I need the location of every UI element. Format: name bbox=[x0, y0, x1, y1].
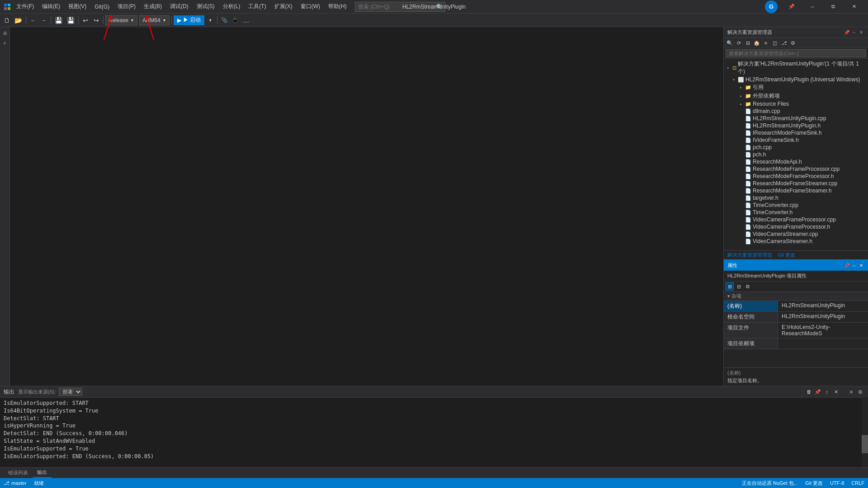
tab-error-list[interactable]: 错误列表 bbox=[4, 468, 33, 478]
properties-description: (名称) 指定项目名称。 bbox=[724, 367, 868, 386]
menu-view[interactable]: 视图(V) bbox=[65, 1, 90, 12]
tree-item[interactable]: 📄ResearchModeFrameProcessor.cpp bbox=[724, 165, 868, 173]
run-button[interactable]: ▶ ▶ 启动 bbox=[174, 15, 204, 25]
output-source-select[interactable]: 部署 bbox=[59, 388, 82, 396]
menu-edit[interactable]: 编辑(E) bbox=[38, 1, 64, 12]
menu-build[interactable]: 生成(B) bbox=[140, 1, 165, 12]
prop-category-view-button[interactable]: ⊞ bbox=[726, 282, 734, 291]
sol-pin-button[interactable]: 📌 bbox=[844, 29, 850, 36]
tree-item[interactable]: 📄ResearchModeFrameStreamer.h bbox=[724, 187, 868, 194]
menu-help[interactable]: 帮助(H) bbox=[325, 1, 350, 12]
sidebar-icon-1[interactable]: ⊞ bbox=[1, 29, 9, 37]
tree-item[interactable]: 📄pch.cpp bbox=[724, 144, 868, 151]
tree-item[interactable]: 📄HL2RmStreamUnityPlugin.cpp bbox=[724, 115, 868, 122]
platform-dropdown[interactable]: ARM64 ▼ bbox=[139, 15, 170, 25]
tree-item[interactable]: 📄IResearchModeFrameSink.h bbox=[724, 129, 868, 136]
sol-toggle-button[interactable]: ◫ bbox=[771, 39, 779, 47]
output-close-btn[interactable]: ✕ bbox=[832, 388, 840, 396]
user-avatar[interactable]: G bbox=[765, 0, 778, 13]
prop-expand-button[interactable]: ↔ bbox=[851, 263, 857, 269]
status-git-icon[interactable]: ⎇ master bbox=[4, 480, 27, 486]
menu-extensions[interactable]: 扩展(X) bbox=[271, 1, 296, 12]
tree-item[interactable]: 📄ResearchModeFrameStreamer.cpp bbox=[724, 180, 868, 187]
project-root[interactable]: ▾ ⬜ HL2RmStreamUnityPlugin (Universal Wi… bbox=[724, 76, 868, 83]
sol-settings-button[interactable]: ⚙ bbox=[789, 39, 797, 47]
property-row[interactable]: 根命名空间HL2RmStreamUnityPlugin bbox=[724, 312, 868, 323]
save-button[interactable]: 💾 bbox=[65, 15, 76, 25]
menu-test[interactable]: 测试(S) bbox=[193, 1, 218, 12]
configuration-dropdown[interactable]: Release ▼ bbox=[105, 15, 137, 25]
redo-button[interactable]: ↪ bbox=[91, 15, 101, 25]
prop-alpha-view-button[interactable]: ⊟ bbox=[735, 282, 743, 291]
prop-props-button[interactable]: ⚙ bbox=[744, 282, 752, 291]
new-project-button[interactable]: 🗋 bbox=[2, 15, 12, 25]
output-title: 输出 bbox=[4, 388, 14, 396]
pin-button[interactable]: 📌 bbox=[781, 0, 802, 14]
output-tb-1[interactable]: ≡ bbox=[847, 388, 855, 396]
solution-search-input[interactable] bbox=[726, 49, 866, 57]
menu-git[interactable]: Git(G) bbox=[91, 2, 113, 12]
output-pin-btn[interactable]: 📌 bbox=[814, 388, 822, 396]
sol-collapse-button[interactable]: ⊟ bbox=[744, 39, 752, 47]
sol-filter-button[interactable]: ≡ bbox=[762, 39, 770, 47]
tree-item[interactable]: 📄VideoCameraFrameProcessor.h bbox=[724, 223, 868, 230]
sol-close-button[interactable]: ✕ bbox=[858, 29, 864, 36]
back-button[interactable]: ← bbox=[28, 15, 38, 25]
tab-output[interactable]: 输出 bbox=[33, 468, 52, 478]
run-dropdown-button[interactable]: ▼ bbox=[205, 15, 215, 25]
output-clear-btn[interactable]: 🗑 bbox=[805, 388, 813, 396]
save-all-button[interactable]: 💾 bbox=[53, 15, 64, 25]
tree-item[interactable]: 📄VideoCameraStreamer.cpp bbox=[724, 230, 868, 238]
sidebar-icon-2[interactable]: ≡ bbox=[1, 39, 9, 47]
sol-footer-link-1[interactable]: 解决方案资源管理器 bbox=[727, 252, 772, 258]
sol-footer-link-2[interactable]: Git 更改 bbox=[778, 252, 795, 258]
main-layout: ⊞ ≡ 解决方案资源管理器 📌 ↔ ✕ 🔍 ⟳ ⊟ 🏠 ≡ bbox=[0, 27, 868, 386]
tree-item[interactable]: 📄IVideoFrameSink.h bbox=[724, 136, 868, 144]
attach-button[interactable]: 📎 bbox=[219, 15, 229, 25]
menu-debug[interactable]: 调试(D) bbox=[166, 1, 192, 12]
tree-item[interactable]: 📄VideoCameraFrameProcessor.cpp bbox=[724, 216, 868, 223]
tree-item[interactable]: 📄HL2RmStreamUnityPlugin.h bbox=[724, 122, 868, 129]
sol-home-button[interactable]: 🏠 bbox=[753, 39, 761, 47]
tree-item[interactable]: 📄VideoCameraStreamer.h bbox=[724, 238, 868, 245]
menu-file[interactable]: 文件(F) bbox=[13, 1, 38, 12]
tree-item[interactable]: ▸📁引用 bbox=[724, 83, 868, 92]
tree-item[interactable]: ▸📁外部依赖项 bbox=[724, 92, 868, 100]
solution-root[interactable]: ▸ ⊡ 解决方案'HL2RmStreamUnityPlugin'(1 个项目/共… bbox=[724, 60, 868, 76]
property-name: 根命名空间 bbox=[724, 312, 778, 322]
tree-item[interactable]: ▸📁Resource Files bbox=[724, 100, 868, 108]
menu-window[interactable]: 窗口(W) bbox=[297, 1, 324, 12]
tree-item-label: IResearchModeFrameSink.h bbox=[753, 130, 822, 136]
minimize-button[interactable]: ─ bbox=[802, 0, 823, 14]
tree-item[interactable]: 📄targetver.h bbox=[724, 194, 868, 202]
forward-button[interactable]: → bbox=[39, 15, 49, 25]
property-row[interactable]: 项目依赖项 bbox=[724, 338, 868, 349]
open-button[interactable]: 📂 bbox=[13, 15, 24, 25]
restore-button[interactable]: ⧉ bbox=[823, 0, 844, 14]
more-button[interactable]: … bbox=[241, 15, 251, 25]
tree-item[interactable]: 📄TimeConverter.cpp bbox=[724, 202, 868, 209]
prop-close-button[interactable]: ✕ bbox=[858, 263, 864, 269]
tree-item[interactable]: 📄ResearchModeApi.h bbox=[724, 158, 868, 165]
menu-analyze[interactable]: 分析(L) bbox=[219, 1, 244, 12]
menu-tools[interactable]: 工具(T) bbox=[245, 1, 269, 12]
tree-item[interactable]: 📄ResearchModeFrameProcessor.h bbox=[724, 173, 868, 180]
tree-item[interactable]: 📄pch.h bbox=[724, 151, 868, 158]
property-row[interactable]: 项目文件E:\HoloLens2-Unity-ResearchModeS bbox=[724, 323, 868, 338]
property-row[interactable]: (名称)HL2RmStreamUnityPlugin bbox=[724, 301, 868, 312]
close-button[interactable]: ✕ bbox=[844, 0, 864, 14]
output-expand-btn[interactable]: ↕ bbox=[823, 388, 831, 396]
sol-git-button[interactable]: ⎇ bbox=[780, 39, 788, 47]
tree-item-icon: 📄 bbox=[745, 159, 751, 165]
sol-search-icon[interactable]: 🔍 bbox=[726, 39, 734, 47]
sol-expand-button[interactable]: ↔ bbox=[851, 29, 857, 36]
output-tb-2[interactable]: ⧉ bbox=[856, 388, 864, 396]
toolbar-separator-2 bbox=[51, 16, 51, 24]
menu-project[interactable]: 项目(P) bbox=[114, 1, 139, 12]
devices-button[interactable]: 📱 bbox=[230, 15, 240, 25]
sol-sync-button[interactable]: ⟳ bbox=[735, 39, 743, 47]
prop-pin-button[interactable]: 📌 bbox=[844, 263, 850, 269]
tree-item[interactable]: 📄dllmain.cpp bbox=[724, 108, 868, 115]
tree-item[interactable]: 📄TimeConverter.h bbox=[724, 209, 868, 216]
undo-button[interactable]: ↩ bbox=[80, 15, 90, 25]
